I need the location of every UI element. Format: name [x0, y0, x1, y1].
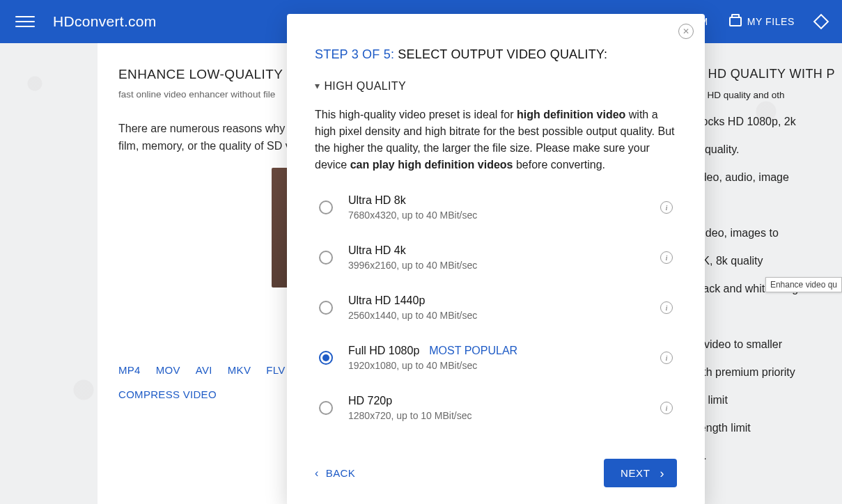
arrow-left-icon: ‹: [315, 467, 319, 480]
info-icon[interactable]: i: [660, 301, 673, 314]
step-title-text: SELECT OUTPUT VIDEO QUALITY:: [398, 47, 607, 61]
option-text: Full HD 1080pMOST POPULAR1920x1080, up t…: [348, 345, 645, 371]
option-title: Ultra HD 4k: [348, 244, 645, 257]
section-label: HIGH QUALITY: [324, 80, 406, 93]
next-button[interactable]: NEXT ›: [604, 459, 677, 487]
option-list: Ultra HD 8k7680x4320, up to 40 MBit/seci…: [315, 190, 677, 425]
tag-link[interactable]: MOV: [156, 364, 180, 376]
tag-link[interactable]: FLV: [266, 364, 285, 376]
quality-option[interactable]: HD 720p1280x720, up to 10 MBit/seci: [315, 391, 677, 425]
option-text: Ultra HD 4k3996x2160, up to 40 MBit/sec: [348, 244, 645, 271]
radio-icon[interactable]: [319, 301, 333, 315]
option-title: Ultra HD 8k: [348, 194, 645, 207]
option-subtitle: 7680x4320, up to 40 MBit/sec: [348, 210, 645, 221]
option-subtitle: 3996x2160, up to 40 MBit/sec: [348, 260, 645, 271]
step-prefix: STEP 3 OF 5:: [315, 47, 394, 61]
quality-option[interactable]: Ultra HD 1440p2560x1440, up to 40 MBit/s…: [315, 290, 677, 325]
nav-gem[interactable]: [816, 16, 827, 27]
option-subtitle: 1920x1080, up to 40 MBit/sec: [348, 360, 645, 371]
menu-icon[interactable]: [15, 12, 35, 31]
next-label: NEXT: [621, 467, 650, 479]
nav-my-files-label: MY FILES: [747, 16, 795, 27]
option-title: HD 720p: [348, 395, 645, 407]
nav-my-files[interactable]: MY FILES: [729, 16, 795, 27]
back-label: BACK: [326, 467, 355, 479]
most-popular-badge: MOST POPULAR: [429, 345, 517, 356]
option-text: HD 720p1280x720, up to 10 MBit/sec: [348, 395, 645, 421]
option-title: Ultra HD 1440p: [348, 294, 645, 307]
option-text: Ultra HD 8k7680x4320, up to 40 MBit/sec: [348, 194, 645, 221]
radio-icon[interactable]: [319, 401, 333, 415]
quality-option[interactable]: Ultra HD 8k7680x4320, up to 40 MBit/seci: [315, 190, 677, 225]
tag-link[interactable]: COMPRESS VIDEO: [118, 388, 217, 400]
radio-icon[interactable]: [319, 251, 333, 265]
step-title: STEP 3 OF 5: SELECT OUTPUT VIDEO QUALITY…: [315, 47, 677, 62]
tag-link[interactable]: MKV: [228, 364, 251, 376]
tag-link[interactable]: MP4: [118, 364, 141, 376]
modal-footer: ‹ BACK NEXT ›: [315, 453, 677, 487]
radio-icon[interactable]: [319, 351, 333, 365]
section-description: This high-quality video preset is ideal …: [315, 107, 677, 173]
option-subtitle: 2560x1440, up to 40 MBit/sec: [348, 310, 645, 321]
chevron-down-icon: ▾: [315, 80, 320, 91]
option-subtitle: 1280x720, up to 10 MBit/sec: [348, 410, 645, 421]
back-button[interactable]: ‹ BACK: [315, 467, 355, 480]
info-icon[interactable]: i: [660, 352, 673, 364]
radio-icon[interactable]: [319, 200, 333, 214]
quality-option[interactable]: Ultra HD 4k3996x2160, up to 40 MBit/seci: [315, 240, 677, 275]
option-text: Ultra HD 1440p2560x1440, up to 40 MBit/s…: [348, 294, 645, 321]
gem-icon: [813, 14, 829, 30]
quality-modal: ✕ STEP 3 OF 5: SELECT OUTPUT VIDEO QUALI…: [287, 14, 705, 504]
tag-link[interactable]: AVI: [196, 364, 212, 376]
close-icon[interactable]: ✕: [678, 24, 694, 39]
hover-tooltip: Enhance video qu: [765, 277, 842, 292]
brand-name[interactable]: HDconvert.com: [53, 13, 157, 30]
section-toggle[interactable]: ▾ HIGH QUALITY: [315, 80, 677, 93]
info-icon[interactable]: i: [660, 201, 673, 214]
folder-icon: [729, 17, 742, 26]
info-icon[interactable]: i: [660, 251, 673, 264]
info-icon[interactable]: i: [660, 402, 673, 414]
quality-option[interactable]: Full HD 1080pMOST POPULAR1920x1080, up t…: [315, 340, 677, 375]
option-title: Full HD 1080pMOST POPULAR: [348, 345, 645, 357]
